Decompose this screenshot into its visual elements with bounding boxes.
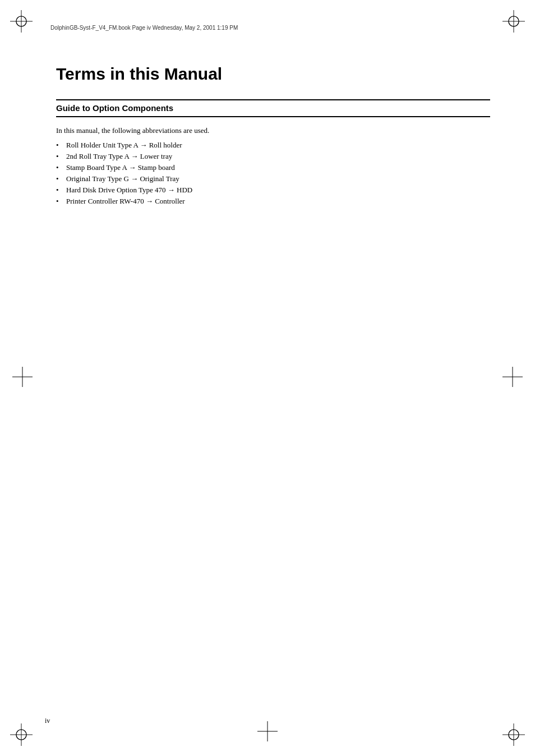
- file-header: DolphinGB-Syst-F_V4_FM.book Page iv Wedn…: [50, 25, 238, 31]
- mid-bottom-mark: [257, 721, 278, 744]
- list-item: 2nd Roll Tray Type A → Lower tray: [56, 152, 490, 161]
- page-title: Terms in this Manual: [56, 64, 490, 84]
- page-number: iv: [45, 717, 50, 725]
- corner-mark-tl: [10, 10, 33, 33]
- list-item: Stamp Board Type A → Stamp board: [56, 163, 490, 172]
- list-item: Roll Holder Unit Type A → Roll holder: [56, 141, 490, 150]
- section-header: Guide to Option Components: [56, 99, 490, 117]
- corner-mark-tr: [502, 10, 525, 33]
- list-item: Hard Disk Drive Option Type 470 → HDD: [56, 186, 490, 195]
- mid-left-mark: [12, 367, 33, 389]
- abbreviations-list: Roll Holder Unit Type A → Roll holder2nd…: [56, 141, 490, 206]
- corner-mark-br: [502, 723, 525, 746]
- list-item: Printer Controller RW-470 → Controller: [56, 197, 490, 206]
- intro-paragraph: In this manual, the following abbreviati…: [56, 126, 490, 135]
- list-item: Original Tray Type G → Original Tray: [56, 174, 490, 183]
- page: DolphinGB-Syst-F_V4_FM.book Page iv Wedn…: [0, 0, 535, 756]
- section-title: Guide to Option Components: [56, 103, 173, 113]
- mid-right-mark: [502, 367, 523, 389]
- main-content: Terms in this Manual Guide to Option Com…: [56, 64, 490, 206]
- corner-mark-bl: [10, 723, 33, 746]
